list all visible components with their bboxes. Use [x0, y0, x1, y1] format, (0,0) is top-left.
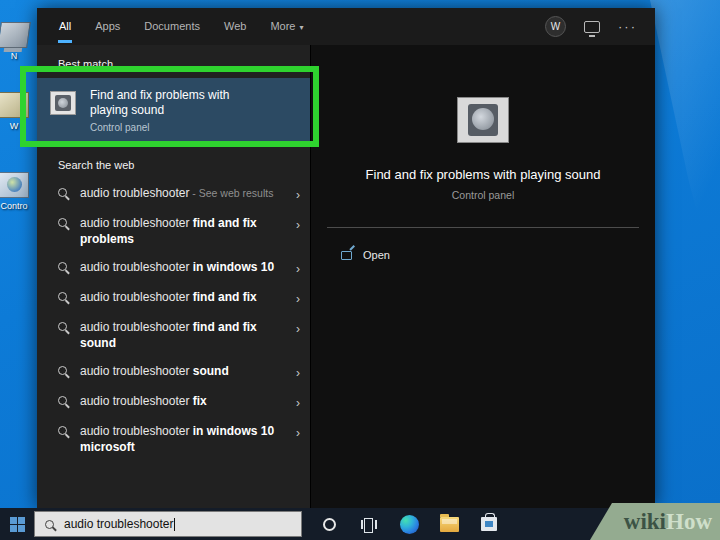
troubleshooter-icon [50, 91, 76, 115]
start-button[interactable] [0, 508, 34, 540]
open-action[interactable]: Open [341, 249, 390, 261]
web-suggestion[interactable]: audio troubleshooter in windows 10› [37, 253, 310, 283]
preview-pane: Find and fix problems with playing sound… [310, 45, 655, 508]
search-icon [58, 396, 67, 405]
computer-icon [0, 22, 31, 48]
search-icon [45, 520, 54, 529]
tab-all[interactable]: All [58, 10, 72, 43]
wikihow-watermark: wikiHow [590, 503, 720, 540]
suggestion-text: audio troubleshooter sound [80, 363, 276, 379]
tab-apps[interactable]: Apps [94, 10, 121, 43]
search-icon [58, 292, 67, 301]
search-icon [58, 426, 67, 435]
task-view-icon [361, 518, 377, 531]
chevron-right-icon[interactable]: › [296, 363, 300, 381]
desktop-icon-computer[interactable]: N [0, 22, 36, 61]
chevron-right-icon[interactable]: › [296, 289, 300, 307]
devices-icon[interactable] [584, 21, 600, 33]
windows-logo-icon [10, 517, 25, 532]
search-web-heading: Search the web [37, 146, 310, 179]
search-icon [58, 188, 67, 197]
web-suggestion[interactable]: audio troubleshooter fix› [37, 387, 310, 417]
file-explorer-icon [440, 517, 459, 532]
suggestion-text: audio troubleshooter find and fix sound [80, 319, 276, 351]
app-icon [0, 92, 29, 118]
tab-more[interactable]: More▾ [269, 10, 304, 43]
chevron-right-icon[interactable]: › [296, 215, 300, 233]
chevron-right-icon[interactable]: › [296, 185, 300, 203]
best-match-subtitle: Control panel [90, 122, 260, 133]
store-button[interactable] [476, 508, 502, 540]
best-match-heading: Best match [37, 45, 310, 78]
watermark-how: How [666, 509, 712, 535]
user-avatar[interactable]: W [545, 16, 566, 37]
screen: N W Contro AllAppsDocumentsWebMore▾ W ··… [0, 0, 720, 540]
search-icon [58, 218, 67, 227]
chevron-down-icon: ▾ [299, 23, 303, 32]
web-suggestion[interactable]: audio troubleshooter find and fix› [37, 283, 310, 313]
desktop-icon-label: N [0, 51, 36, 61]
troubleshooter-preview-icon [457, 97, 509, 143]
suggestion-text: audio troubleshooter fix [80, 393, 276, 409]
desktop-icon-label: W [0, 121, 36, 131]
best-match-result[interactable]: Find and fix problems with playing sound… [37, 78, 310, 146]
search-filter-tabs: AllAppsDocumentsWebMore▾ W ··· [37, 8, 655, 45]
search-icon [58, 262, 67, 271]
search-header-actions: W ··· [545, 8, 637, 45]
cortana-button[interactable] [316, 508, 342, 540]
preview-title: Find and fix problems with playing sound [366, 167, 601, 182]
tab-documents[interactable]: Documents [143, 10, 201, 43]
web-suggestion[interactable]: audio troubleshooter sound› [37, 357, 310, 387]
search-icon [58, 366, 67, 375]
search-icon [58, 322, 67, 331]
suggestion-text: audio troubleshooter - See web results [80, 185, 276, 201]
chevron-right-icon[interactable]: › [296, 319, 300, 337]
open-external-icon [341, 251, 352, 260]
desktop-icon-control-panel[interactable]: Contro [0, 172, 36, 211]
more-options-icon[interactable]: ··· [618, 22, 637, 32]
chevron-right-icon[interactable]: › [296, 393, 300, 411]
desktop-icon-app[interactable]: W [0, 92, 36, 131]
suggestion-suffix: - See web results [189, 187, 273, 199]
web-suggestion[interactable]: audio troubleshooter find and fix proble… [37, 209, 310, 253]
web-suggestion[interactable]: audio troubleshooter in windows 10 micro… [37, 417, 310, 461]
search-input-value: audio troubleshooter [64, 517, 173, 531]
store-icon [481, 517, 497, 531]
tab-web[interactable]: Web [223, 10, 247, 43]
results-column: Best match Find and fix problems with pl… [37, 45, 310, 508]
suggestion-text: audio troubleshooter in windows 10 [80, 259, 276, 275]
cortana-icon [323, 518, 336, 531]
chevron-right-icon[interactable]: › [296, 423, 300, 441]
web-suggestion[interactable]: audio troubleshooter - See web results› [37, 179, 310, 209]
suggestion-text: audio troubleshooter in windows 10 micro… [80, 423, 276, 455]
wallpaper-light-ray [650, 0, 720, 300]
watermark-wiki: wiki [624, 509, 666, 535]
edge-button[interactable] [396, 508, 422, 540]
best-match-title: Find and fix problems with playing sound [90, 88, 260, 118]
control-panel-icon [0, 172, 29, 198]
text-cursor [174, 518, 175, 531]
web-suggestion[interactable]: audio troubleshooter find and fix sound› [37, 313, 310, 357]
preview-subtitle: Control panel [452, 189, 514, 201]
preview-divider [327, 227, 639, 228]
chevron-right-icon[interactable]: › [296, 259, 300, 277]
desktop-icon-label: Contro [0, 201, 36, 211]
suggestion-text: audio troubleshooter find and fix [80, 289, 276, 305]
search-flyout: AllAppsDocumentsWebMore▾ W ··· Best matc… [37, 8, 655, 508]
file-explorer-button[interactable] [436, 508, 462, 540]
taskbar-search-input[interactable]: audio troubleshooter [34, 511, 302, 537]
suggestion-text: audio troubleshooter find and fix proble… [80, 215, 276, 247]
task-view-button[interactable] [356, 508, 382, 540]
edge-icon [400, 515, 419, 534]
open-label: Open [363, 249, 390, 261]
